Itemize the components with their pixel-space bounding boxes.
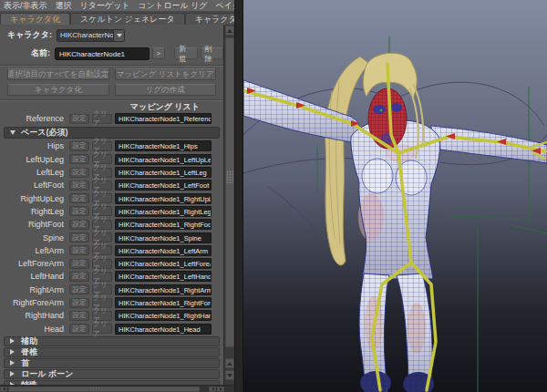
mapping-value-field[interactable]: HIKCharacterNode1_RightForeArm <box>115 297 212 308</box>
reference-value-field[interactable]: HIKCharacterNode1_Reference <box>115 113 212 124</box>
mapping-row: RightFoot設定クリアHIKCharacterNode1_RightFoo… <box>0 218 223 231</box>
scroll-right-icon[interactable] <box>217 387 224 392</box>
mapping-value-field[interactable]: HIKCharacterNode1_RightHand <box>115 310 212 321</box>
mapping-row-label: LeftFoot <box>0 181 69 190</box>
set-button[interactable]: 設定 <box>69 141 89 151</box>
mapping-value-field[interactable]: HIKCharacterNode1_Spine <box>115 232 212 243</box>
mapping-row: RightLeg設定クリアHIKCharacterNode1_RightLeg <box>0 205 223 218</box>
mapping-value-field[interactable]: HIKCharacterNode1_RightUpLeg <box>115 193 212 204</box>
set-button[interactable]: 設定 <box>69 154 89 164</box>
expand-arrow-icon <box>10 349 15 355</box>
mapping-row-label: Spine <box>0 233 69 242</box>
mapping-value-field[interactable]: HIKCharacterNode1_RightArm <box>115 284 212 295</box>
set-button[interactable]: 設定 <box>69 272 89 282</box>
tab-2[interactable]: キャラクタ パイプ <box>185 13 234 25</box>
tab-bar: キャラクタ化スケルトン ジェネレータキャラクタ パイプ <box>0 12 234 25</box>
mapping-row-label: RightForeArm <box>0 298 69 307</box>
character-dropdown[interactable]: HIKCharacterNode1 <box>57 29 125 42</box>
scroll-grip-dots <box>89 387 104 390</box>
panel-body: キャラクタ: HIKCharacterNode1 名前: HIKCharacte… <box>0 25 223 385</box>
menu-item-4[interactable]: ベイク処理 <box>216 0 234 12</box>
horizontal-scroll-thumb[interactable] <box>8 387 200 392</box>
scroll-up-icon[interactable] <box>225 26 234 36</box>
menu-item-1[interactable]: 選択 <box>56 0 72 12</box>
menu-item-3[interactable]: コントロール リグ <box>139 0 208 12</box>
base-section-header[interactable]: ベース(必須) <box>4 127 220 139</box>
set-button[interactable]: 設定 <box>69 284 89 294</box>
set-button[interactable]: 設定 <box>69 168 89 178</box>
set-button[interactable]: 設定 <box>69 311 89 321</box>
delete-character-button[interactable]: 削除 <box>201 47 223 59</box>
reference-clear-button[interactable]: クリア <box>92 114 112 124</box>
mapping-row-label: RightLeg <box>0 207 69 216</box>
set-button[interactable]: 設定 <box>69 259 89 269</box>
mapping-row-label: LeftLeg <box>0 168 69 177</box>
menu-bar: 表示/非表示選択リターゲットコントロール リグベイク処理パッケージ» <box>0 0 234 12</box>
base-section-title: ベース(必須) <box>21 127 67 139</box>
new-character-button[interactable]: 新規 <box>174 47 197 59</box>
scroll-left-icon[interactable] <box>209 387 216 392</box>
clear-mapping-button[interactable]: マッピング リストをクリア <box>115 68 217 80</box>
menu-item-2[interactable]: リターゲット <box>80 0 130 12</box>
mapping-value-field[interactable]: HIKCharacterNode1_LeftArm <box>115 245 212 256</box>
set-button[interactable]: 設定 <box>69 193 89 203</box>
collapsed-section-3[interactable]: ロール ボーン <box>4 369 220 379</box>
set-button[interactable]: 設定 <box>69 324 89 334</box>
name-row: 名前: HIKCharacterNode1 > 新規 削除 <box>0 46 223 61</box>
mapping-value-field[interactable]: HIKCharacterNode1_LeftFoot <box>115 180 212 191</box>
mapping-value-field[interactable]: HIKCharacterNode1_LeftForeArm <box>115 258 212 269</box>
clear-button[interactable]: クリア <box>92 324 112 334</box>
mapping-value-field[interactable]: HIKCharacterNode1_RightLeg <box>115 206 212 217</box>
name-input[interactable]: HIKCharacterNode1 <box>55 47 150 60</box>
set-button[interactable]: 設定 <box>69 245 89 255</box>
scroll-grip-dots <box>226 170 233 183</box>
mapping-value-field[interactable]: HIKCharacterNode1_Hips <box>115 140 212 151</box>
reference-set-button[interactable]: 設定 <box>69 114 89 124</box>
set-button[interactable]: 設定 <box>69 206 89 216</box>
mapping-value-field[interactable]: HIKCharacterNode1_LeftUpLeg <box>115 154 212 165</box>
mapping-row: LeftLeg設定クリアHIKCharacterNode1_LeftLeg <box>0 166 223 179</box>
expand-name-button[interactable]: > <box>152 47 166 59</box>
pane-separator[interactable] <box>234 0 243 392</box>
mapping-value-field[interactable]: HIKCharacterNode1_LeftHand <box>115 271 212 282</box>
set-button[interactable]: 設定 <box>69 232 89 242</box>
collapsed-section-1[interactable]: 脊椎 <box>4 347 220 357</box>
scroll-up-icon[interactable] <box>225 358 234 368</box>
mapping-value-field[interactable]: HIKCharacterNode1_RightFoot <box>115 219 212 230</box>
vertical-scroll-thumb[interactable] <box>225 37 234 347</box>
collapsed-sections: 補助脊椎首ロール ボーン特殊左手右手 <box>0 336 223 385</box>
vertical-scrollbar[interactable] <box>223 25 234 385</box>
head-face-mesh <box>368 88 407 149</box>
scroll-down-icon[interactable] <box>225 370 234 380</box>
mapping-row-label: RightUpLeg <box>0 194 69 203</box>
separator <box>0 99 223 101</box>
mapping-row: Hips設定クリアHIKCharacterNode1_Hips <box>0 139 223 152</box>
mapping-row: LeftArm設定クリアHIKCharacterNode1_LeftArm <box>0 244 223 257</box>
tab-0[interactable]: キャラクタ化 <box>0 13 70 25</box>
tab-1[interactable]: スケルトン ジェネレータ <box>70 13 185 25</box>
auto-setup-button[interactable]: 選択項目のすべてを自動設定 <box>7 68 109 80</box>
expand-arrow-icon <box>10 371 15 377</box>
set-button[interactable]: 設定 <box>69 220 89 230</box>
character-dropdown-value: HIKCharacterNode1 <box>57 31 113 39</box>
mapping-value-field[interactable]: HIKCharacterNode1_Head <box>115 324 212 335</box>
collapsed-section-2[interactable]: 首 <box>4 358 220 368</box>
characterize-button[interactable]: キャラクタ化 <box>7 84 109 96</box>
mapping-row-label: LeftHand <box>0 272 69 281</box>
mapping-row: RightUpLeg設定クリアHIKCharacterNode1_RightUp… <box>0 191 223 204</box>
chevron-down-icon[interactable] <box>113 30 124 41</box>
mapping-row-label: RightArm <box>0 285 69 294</box>
viewport-3d[interactable] <box>243 0 547 392</box>
collapsed-section-0[interactable]: 補助 <box>4 336 220 346</box>
separator <box>0 65 223 67</box>
set-button[interactable]: 設定 <box>69 181 89 191</box>
reference-row: Reference 設定 クリア HIKCharacterNode1_Refer… <box>0 112 223 125</box>
mapping-value-field[interactable]: HIKCharacterNode1_LeftLeg <box>115 167 212 178</box>
horizontal-scrollbar[interactable] <box>0 385 234 392</box>
create-rig-button[interactable]: リグの作成 <box>115 84 217 96</box>
set-button[interactable]: 設定 <box>69 298 89 308</box>
character-row: キャラクタ: HIKCharacterNode1 <box>0 27 223 43</box>
menu-item-0[interactable]: 表示/非表示 <box>4 0 47 12</box>
character-label: キャラクタ: <box>0 29 57 41</box>
scroll-left-icon[interactable] <box>0 387 7 392</box>
